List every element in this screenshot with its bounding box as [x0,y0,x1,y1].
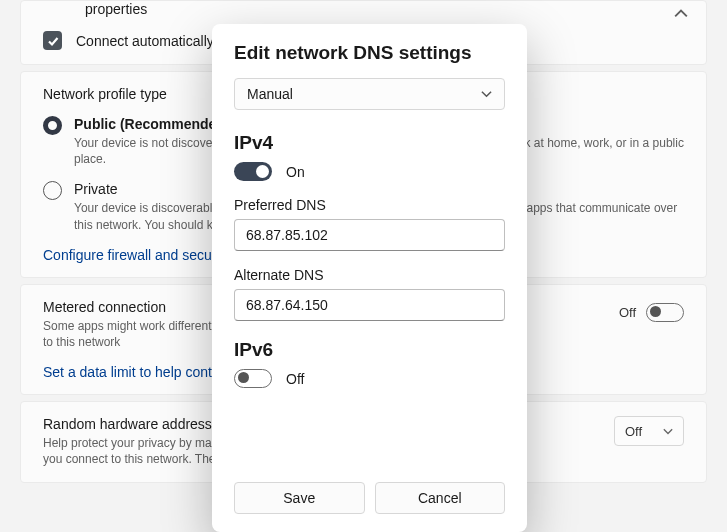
ipv6-toggle[interactable] [234,369,272,388]
alternate-dns-input[interactable] [234,289,505,321]
random-hw-select[interactable]: Off [614,416,684,446]
ipv4-toggle[interactable] [234,162,272,181]
ipv6-state: Off [286,371,304,387]
connect-auto-checkbox[interactable] [43,31,62,50]
chevron-up-icon [674,7,688,21]
save-button[interactable]: Save [234,482,365,514]
random-hw-value: Off [625,424,642,439]
cancel-button[interactable]: Cancel [375,482,506,514]
metered-off-label: Off [619,305,636,320]
connect-auto-label: Connect automatically [76,33,214,49]
edit-dns-dialog: Edit network DNS settings Manual IPv4 On… [212,24,527,532]
alternate-dns-label: Alternate DNS [234,267,505,283]
dns-mode-value: Manual [247,86,293,102]
ipv4-heading: IPv4 [234,132,505,154]
preferred-dns-label: Preferred DNS [234,197,505,213]
properties-label: properties [85,1,684,17]
dialog-title: Edit network DNS settings [234,42,505,64]
chevron-down-icon [481,86,492,102]
radio-private-indicator [43,181,62,200]
dns-mode-select[interactable]: Manual [234,78,505,110]
ipv6-heading: IPv6 [234,339,505,361]
radio-public-indicator [43,116,62,135]
preferred-dns-input[interactable] [234,219,505,251]
ipv4-state: On [286,164,305,180]
metered-toggle[interactable] [646,303,684,322]
